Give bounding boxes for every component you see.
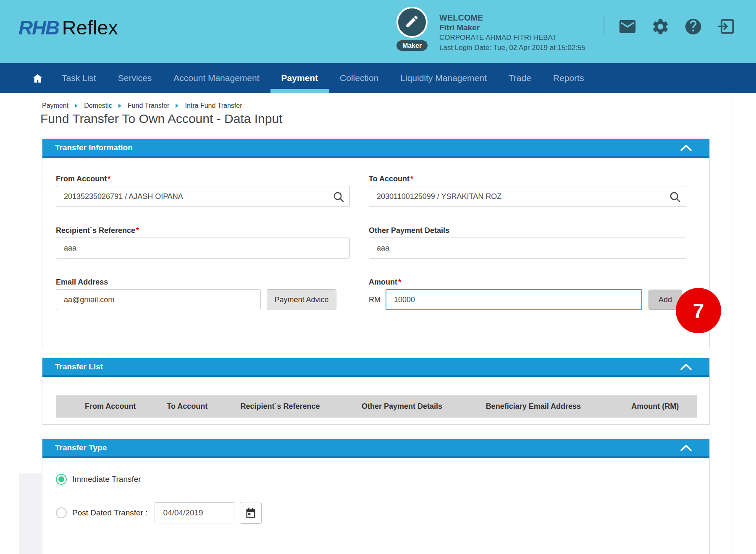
user-avatar: Maker (396, 7, 428, 51)
nav-item-services[interactable]: Services (107, 63, 163, 93)
search-icon[interactable] (669, 191, 681, 203)
transfer-type-header[interactable]: Transfer Type (42, 439, 709, 458)
email-address-input[interactable] (56, 289, 261, 310)
page-title: Fund Transfer To Own Account - Data Inpu… (40, 112, 282, 126)
user-info: WELCOME Fitri Maker CORPORATE AHMAD FITR… (439, 13, 585, 53)
help-icon[interactable] (683, 16, 703, 37)
mail-icon[interactable] (617, 16, 638, 37)
recipients-reference-input[interactable] (56, 238, 350, 259)
column-amount: Amount (RM) (614, 402, 697, 411)
welcome-text: WELCOME (439, 13, 585, 23)
column-recipients-reference: Recipient`s Reference (210, 402, 351, 411)
breadcrumb-arrow-icon (75, 104, 78, 108)
nav-item-payment[interactable]: Payment (270, 63, 329, 93)
breadcrumb: Payment Domestic Fund Transfer Intra Fun… (42, 102, 242, 110)
transfer-list-section: Transfer List From Account To Account Re… (42, 358, 710, 425)
main-nav: Task List Services Account Management Pa… (0, 63, 756, 93)
to-account-input[interactable] (369, 186, 686, 207)
header-divider (604, 17, 604, 35)
breadcrumb-arrow-icon (118, 104, 121, 108)
nav-item-trade[interactable]: Trade (498, 63, 542, 93)
last-login: Last Login Date: Tue, 02 Apr 2019 at 15:… (439, 43, 585, 53)
email-address-label: Email Address (56, 278, 350, 287)
other-payment-details-input[interactable] (369, 238, 686, 259)
nav-item-liquidity-management[interactable]: Liquidity Management (389, 63, 497, 93)
breadcrumb-payment[interactable]: Payment (42, 102, 68, 110)
to-account-label: To Account* (369, 175, 686, 183)
search-icon[interactable] (332, 191, 345, 203)
from-account-label: From Account* (56, 175, 350, 183)
column-other-payment-details: Other Payment Details (351, 402, 453, 411)
home-icon[interactable] (24, 63, 51, 93)
currency-label: RM (369, 295, 386, 304)
required-mark: * (398, 278, 401, 286)
page-gutter (19, 473, 42, 554)
nav-item-task-list[interactable]: Task List (51, 63, 107, 93)
nav-item-collection[interactable]: Collection (329, 63, 389, 93)
breadcrumb-arrow-icon (176, 104, 178, 108)
transfer-type-section: Transfer Type Immediate Transfer Post Da… (42, 439, 710, 554)
from-account-field: From Account* (56, 175, 350, 207)
chevron-up-icon[interactable] (680, 144, 692, 151)
recipients-reference-label: Recipient`s Reference* (56, 226, 350, 235)
to-account-field: To Account* (369, 175, 686, 207)
role-badge: Maker (396, 40, 428, 51)
transfer-list-header[interactable]: Transfer List (42, 358, 709, 377)
logo-rhb: RHB (18, 16, 59, 39)
breadcrumb-fund-transfer[interactable]: Fund Transfer (128, 102, 170, 110)
column-beneficiary-email: Beneficiary Email Address (453, 402, 614, 411)
recipients-reference-field: Recipient`s Reference* (56, 226, 350, 259)
logout-icon[interactable] (716, 16, 736, 37)
required-mark: * (136, 226, 139, 235)
table-header-row: From Account To Account Recipient`s Refe… (56, 395, 697, 418)
transfer-information-form: From Account* To Account* Recipient`s Re… (42, 158, 709, 329)
breadcrumb-intra-fund-transfer[interactable]: Intra Fund Transfer (185, 102, 242, 110)
amount-label: Amount* (369, 278, 686, 287)
app-logo: RHBReflex (18, 16, 118, 39)
gear-icon[interactable] (650, 16, 670, 37)
avatar (396, 7, 428, 38)
transfer-information-header[interactable]: Transfer Information (42, 139, 709, 158)
required-mark: * (410, 175, 413, 183)
nav-item-account-management[interactable]: Account Management (163, 63, 270, 93)
email-address-field: Email Address Payment Advice (56, 278, 350, 310)
post-dated-date-input[interactable] (155, 502, 234, 523)
other-payment-details-field: Other Payment Details (369, 226, 686, 259)
from-account-input[interactable] (56, 186, 350, 207)
other-payment-details-label: Other Payment Details (369, 226, 686, 235)
post-dated-transfer-radio[interactable] (56, 507, 67, 518)
section-title: Transfer List (55, 362, 103, 371)
pencil-icon (404, 14, 420, 31)
transfer-type-options: Immediate Transfer Post Dated Transfer : (42, 458, 709, 524)
section-title: Transfer Information (55, 143, 133, 152)
chevron-up-icon[interactable] (680, 363, 692, 370)
section-title: Transfer Type (55, 443, 107, 452)
transfer-information-section: Transfer Information From Account* To Ac… (42, 138, 710, 349)
column-to-account: To Account (165, 402, 210, 411)
immediate-transfer-label: Immediate Transfer (72, 475, 141, 484)
calendar-icon[interactable] (240, 502, 262, 524)
chevron-up-icon[interactable] (680, 444, 692, 451)
step-annotation-badge: 7 (676, 288, 721, 333)
scrollbar-track[interactable] (732, 93, 732, 554)
amount-input[interactable] (386, 289, 642, 310)
user-organization: CORPORATE AHMAD FITRI HEBAT (439, 33, 585, 43)
required-mark: * (108, 175, 110, 183)
breadcrumb-domestic[interactable]: Domestic (84, 102, 112, 110)
amount-field: Amount* RM Add (369, 278, 686, 310)
immediate-transfer-radio[interactable] (56, 474, 67, 485)
header-actions (617, 16, 736, 37)
transfer-list-table: From Account To Account Recipient`s Refe… (56, 395, 697, 418)
payment-advice-button[interactable]: Payment Advice (267, 289, 336, 310)
immediate-transfer-option: Immediate Transfer (56, 474, 709, 485)
post-dated-transfer-label: Post Dated Transfer : (72, 508, 148, 517)
column-from-account: From Account (56, 402, 165, 411)
logo-reflex: Reflex (62, 16, 118, 39)
post-dated-transfer-option: Post Dated Transfer : (56, 502, 709, 524)
app-header: RHBReflex Maker WELCOME Fitri Maker CORP… (0, 0, 756, 63)
nav-item-reports[interactable]: Reports (542, 63, 595, 93)
user-name: Fitri Maker (439, 23, 585, 33)
